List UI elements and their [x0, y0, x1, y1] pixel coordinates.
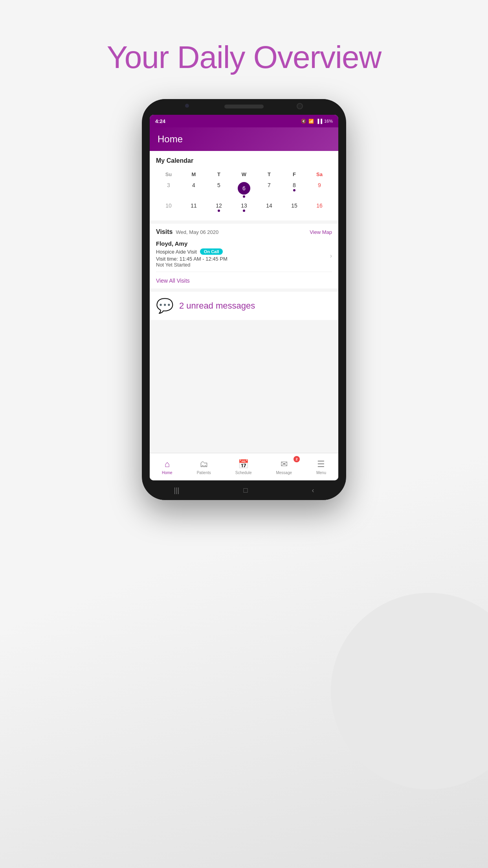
- phone-speaker: [224, 105, 264, 108]
- view-all-visits-link[interactable]: View All Visits: [156, 278, 332, 284]
- mute-icon: 🔇: [301, 119, 306, 124]
- signal-icon: ▐▐: [316, 119, 322, 123]
- cal-day-16[interactable]: 16: [307, 200, 332, 214]
- calendar-row-2: 10 11 12 13: [156, 200, 332, 214]
- nav-schedule-label: Schedule: [235, 471, 252, 475]
- on-call-badge: On Call: [200, 248, 223, 255]
- nav-schedule[interactable]: 📅 Schedule: [231, 458, 257, 476]
- phone-sensor: [185, 104, 189, 108]
- cal-header-w: W: [231, 169, 257, 180]
- calendar-section-title: My Calendar: [156, 157, 332, 164]
- cal-day-8[interactable]: 8: [282, 180, 307, 200]
- phone-camera: [297, 103, 303, 109]
- cal-day-14[interactable]: 14: [257, 200, 282, 214]
- cal-header-f: F: [282, 169, 307, 180]
- app-content: My Calendar Su M T W T F Sa: [150, 151, 338, 453]
- cal-header-t1: T: [206, 169, 231, 180]
- visit-time: Visit time: 11:45 AM - 12:45 PM: [156, 256, 332, 262]
- cal-day-7[interactable]: 7: [257, 180, 282, 200]
- cal-day-12[interactable]: 12: [206, 200, 231, 214]
- phone-home-button[interactable]: □: [244, 486, 248, 495]
- cal-dot-8: [293, 189, 295, 191]
- visits-date: Wed, May 06 2020: [176, 229, 218, 235]
- status-icons: 🔇 📶 ▐▐ 16%: [301, 119, 333, 124]
- patients-icon: 🗂: [200, 459, 208, 469]
- nav-message-label: Message: [276, 471, 292, 475]
- nav-patients-label: Patients: [197, 471, 211, 475]
- nav-menu[interactable]: ☰ Menu: [312, 458, 331, 476]
- cal-day-15[interactable]: 15: [282, 200, 307, 214]
- visit-type-label: Hospice Aide Visit: [156, 249, 197, 255]
- wifi-icon: 📶: [308, 119, 314, 124]
- cal-day-9[interactable]: 9: [307, 180, 332, 200]
- cal-day-13[interactable]: 13: [231, 200, 257, 214]
- cal-dot-6: [243, 195, 245, 198]
- cal-header-t2: T: [257, 169, 282, 180]
- schedule-icon: 📅: [238, 459, 249, 469]
- bottom-nav: ⌂ Home 🗂 Patients 📅 Schedule ✉ 2 Message…: [150, 453, 338, 480]
- visits-header-left: Visits Wed, May 06 2020: [156, 228, 218, 235]
- nav-message[interactable]: ✉ 2 Message: [271, 458, 297, 476]
- visits-label: Visits: [156, 228, 172, 235]
- messages-icon: 💬: [156, 299, 174, 313]
- cal-day-10[interactable]: 10: [156, 200, 181, 214]
- cal-header-sa: Sa: [307, 169, 332, 180]
- calendar-grid: Su M T W T F Sa 3 4: [156, 169, 332, 214]
- cal-dot-13: [243, 210, 245, 212]
- nav-home[interactable]: ⌂ Home: [157, 458, 177, 476]
- nav-home-label: Home: [162, 471, 172, 475]
- cal-day-5[interactable]: 5: [206, 180, 231, 200]
- visit-item[interactable]: Floyd, Amy Hospice Aide Visit On Call Vi…: [156, 240, 332, 272]
- visits-header: Visits Wed, May 06 2020 View Map: [156, 228, 332, 235]
- status-bar: 4:24 🔇 📶 ▐▐ 16%: [150, 115, 338, 127]
- view-map-link[interactable]: View Map: [310, 229, 332, 235]
- cal-header-su: Su: [156, 169, 181, 180]
- home-icon: ⌂: [165, 459, 170, 469]
- cal-day-6-today[interactable]: 6: [231, 180, 257, 200]
- visits-section: Visits Wed, May 06 2020 View Map Floyd, …: [150, 224, 338, 289]
- status-time: 4:24: [155, 118, 165, 124]
- phone-screen: 4:24 🔇 📶 ▐▐ 16% Home My Calendar Su: [150, 115, 338, 480]
- calendar-card: My Calendar Su M T W T F Sa: [150, 151, 338, 221]
- visit-patient-name: Floyd, Amy: [156, 240, 332, 247]
- cal-day-11[interactable]: 11: [181, 200, 206, 214]
- phone-bottom-bar: ||| □ ‹: [142, 480, 346, 500]
- cal-day-3[interactable]: 3: [156, 180, 181, 200]
- app-header: Home: [150, 127, 338, 151]
- app-header-title: Home: [158, 134, 183, 145]
- cal-day-4[interactable]: 4: [181, 180, 206, 200]
- nav-patients[interactable]: 🗂 Patients: [192, 458, 216, 476]
- phone-shell: 4:24 🔇 📶 ▐▐ 16% Home My Calendar Su: [142, 99, 346, 500]
- messages-text: 2 unread messages: [179, 301, 255, 311]
- page-title: Your Daily Overview: [107, 39, 381, 75]
- phone-back-button[interactable]: ‹: [312, 486, 314, 495]
- cal-dot-12: [218, 210, 220, 212]
- visit-status: Not Yet Started: [156, 262, 332, 268]
- visit-type-row: Hospice Aide Visit On Call: [156, 248, 332, 255]
- message-icon: ✉: [281, 459, 288, 469]
- cal-header-m: M: [181, 169, 206, 180]
- nav-menu-label: Menu: [316, 471, 326, 475]
- messages-section[interactable]: 💬 2 unread messages: [150, 292, 338, 320]
- calendar-row-1: 3 4 5 6 7: [156, 180, 332, 200]
- menu-icon: ☰: [317, 459, 325, 469]
- battery-label: 16%: [324, 119, 333, 123]
- calendar-header-row: Su M T W T F Sa: [156, 169, 332, 180]
- message-badge: 2: [294, 456, 300, 462]
- phone-recent-apps-button[interactable]: |||: [174, 486, 180, 495]
- visit-chevron-icon: ›: [330, 252, 332, 259]
- phone-top-bar: [142, 99, 346, 115]
